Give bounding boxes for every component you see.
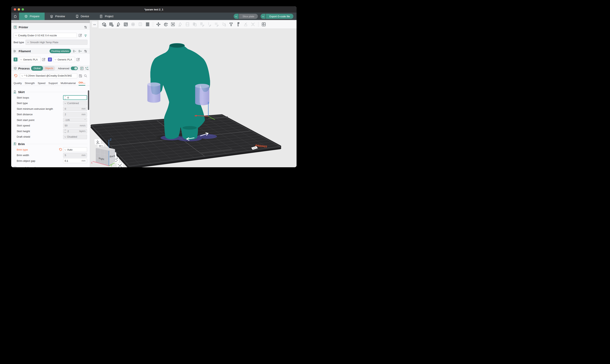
input-skirt-minimum-extrusion-length[interactable]: 0mm	[63, 106, 87, 111]
bed-type-select[interactable]: Smooth High Temp Plate	[26, 40, 87, 45]
arrange-icon	[123, 22, 128, 27]
arrange-tool-button[interactable]	[123, 21, 129, 27]
modifier-cylinder-left[interactable]	[147, 82, 160, 103]
filament-2-badge: 2	[48, 58, 52, 62]
add-filament-icon[interactable]	[78, 49, 82, 53]
modifier-cylinder-right[interactable]	[195, 84, 209, 105]
axis-y-label: Y	[110, 164, 112, 167]
process-profile-select[interactable]: * 0.20mm Standard @Creality Ender3V3KE	[20, 73, 77, 78]
prepare-icon	[24, 14, 28, 18]
slice-options-dropdown[interactable]	[234, 14, 239, 19]
zoom-window-button[interactable]	[22, 8, 24, 11]
fuzzy-skin-tool-button	[214, 21, 219, 27]
process-tab-quality[interactable]: Quality	[14, 82, 22, 86]
remove-filament-icon[interactable]	[73, 49, 76, 53]
scope-objects[interactable]: Objects	[43, 67, 55, 70]
save-profile-icon[interactable]	[79, 74, 82, 78]
add-plate-tool-button[interactable]	[108, 21, 114, 27]
filament-1-select[interactable]: Generic PLA	[19, 57, 41, 62]
edit-printer-icon[interactable]	[78, 34, 82, 37]
rotate-tool-button[interactable]	[163, 21, 169, 27]
printer-icon	[14, 26, 17, 29]
printer-select[interactable]: Creality Ender-3 V3 KE 0.4 nozzle	[14, 33, 77, 38]
search-settings-icon[interactable]	[84, 74, 87, 78]
process-tab-oth[interactable]: Oth...	[79, 81, 85, 86]
plate-delete-button[interactable]	[116, 163, 123, 167]
input-skirt-start-point[interactable]: -135°	[63, 117, 87, 122]
measure-tool-button[interactable]	[235, 21, 241, 27]
process-tab-speed[interactable]: Speed	[38, 82, 45, 86]
slice-plate-button[interactable]: Slice plate	[239, 14, 258, 19]
scope-global[interactable]: Global	[31, 66, 43, 71]
assembly-view-tool-button	[243, 21, 249, 27]
auto-orient-tool-button[interactable]: A	[116, 21, 122, 27]
split-to-parts-icon	[138, 22, 143, 27]
sidebar-scrollbar[interactable]	[88, 90, 89, 110]
reset-profile-icon[interactable]	[14, 74, 17, 78]
flushing-volumes-button[interactable]: Flushing volumes	[50, 49, 71, 53]
collapse-sidebar-button[interactable]: ‹›	[92, 21, 97, 27]
select-draft-shield[interactable]: Disabled	[63, 134, 87, 139]
viewport-3d-scene[interactable]: Untitled	[90, 29, 297, 167]
spinner-arrows[interactable]	[65, 96, 66, 99]
section-header-special: Special mode	[11, 164, 90, 168]
param-row-skirt-start-point: Skirt start point-135°	[11, 117, 90, 123]
input-skirt-loops[interactable]: 0	[63, 95, 87, 100]
printer-settings-icon[interactable]	[84, 25, 87, 29]
export-options-dropdown[interactable]	[261, 14, 266, 19]
spinner-arrows[interactable]	[65, 130, 66, 133]
filament-section-header: Filament Flushing volumes	[11, 48, 90, 54]
select-skirt-type[interactable]: Combined	[63, 101, 87, 106]
chevron-right-icon: ›	[95, 23, 95, 26]
close-window-button[interactable]	[14, 8, 16, 11]
chevron-down-icon	[65, 102, 67, 104]
section-header-skirt: Skirt	[11, 88, 90, 95]
printer-section-title: Printer	[19, 26, 28, 29]
input-skirt-speed[interactable]: 50mm/s	[63, 123, 87, 128]
chevron-left-icon: ‹	[94, 23, 94, 26]
input-brim-object-gap[interactable]: 0.1mm	[63, 158, 87, 163]
svg-text:A: A	[118, 23, 119, 25]
param-row-skirt-height: Skirt height2layers	[11, 128, 90, 134]
tab-device[interactable]: Device	[70, 13, 94, 20]
home-button[interactable]	[11, 13, 19, 20]
text-shape-tool-button[interactable]	[228, 21, 234, 27]
param-row-skirt-minimum-extrusion-length: Skirt minimum extrusion length0mm	[11, 106, 90, 112]
input-brim-width[interactable]: 5mm	[63, 153, 87, 158]
process-section-title: Process	[18, 67, 30, 70]
seam-paint-icon	[207, 22, 212, 27]
home-icon	[13, 14, 17, 18]
printer-wifi-icon[interactable]	[84, 34, 87, 37]
tab-project[interactable]: Project	[94, 13, 119, 20]
parameter-panel: SkirtSkirt loops0Skirt typeCombinedSkirt…	[11, 88, 90, 167]
add-object-icon	[102, 22, 106, 27]
assemble-tool-button[interactable]	[261, 21, 267, 27]
minimize-window-button[interactable]	[18, 8, 20, 11]
export-gcode-button[interactable]: Export G-code file	[266, 14, 293, 19]
scale-tool-button[interactable]	[170, 21, 176, 27]
filament-2-select[interactable]: Generic PLA	[53, 57, 75, 62]
process-tab-support[interactable]: Support	[48, 82, 58, 86]
process-tab-strength[interactable]: Strength	[25, 82, 35, 86]
compare-presets-icon[interactable]: AB	[85, 66, 89, 70]
add-plate-icon	[109, 22, 114, 27]
edit-filament-1-icon[interactable]	[42, 58, 46, 62]
variable-layer-height-tool-button[interactable]	[145, 21, 150, 27]
process-section-header: Process Global Objects Advanced AB	[11, 65, 90, 71]
tab-prepare[interactable]: Prepare	[19, 13, 45, 20]
input-skirt-height[interactable]: 2layers	[63, 129, 87, 133]
filament-settings-icon[interactable]	[84, 49, 87, 53]
reset-value-icon[interactable]	[59, 148, 62, 151]
chevron-down-icon	[20, 58, 22, 60]
input-skirt-distance[interactable]: 2mm	[63, 112, 87, 117]
tab-preview[interactable]: Preview	[45, 13, 70, 20]
process-scope-switch[interactable]: Global Objects	[31, 66, 55, 71]
parameter-list-icon[interactable]	[80, 66, 84, 70]
edit-filament-2-icon[interactable]	[76, 58, 80, 62]
process-tab-multimaterial[interactable]: Multimaterial	[61, 82, 76, 86]
variable-layer-height-icon	[145, 22, 150, 27]
advanced-toggle[interactable]	[71, 66, 78, 70]
move-tool-button[interactable]	[155, 21, 161, 27]
select-brim-type[interactable]: Auto	[63, 147, 87, 152]
add-object-tool-button[interactable]	[101, 21, 107, 27]
